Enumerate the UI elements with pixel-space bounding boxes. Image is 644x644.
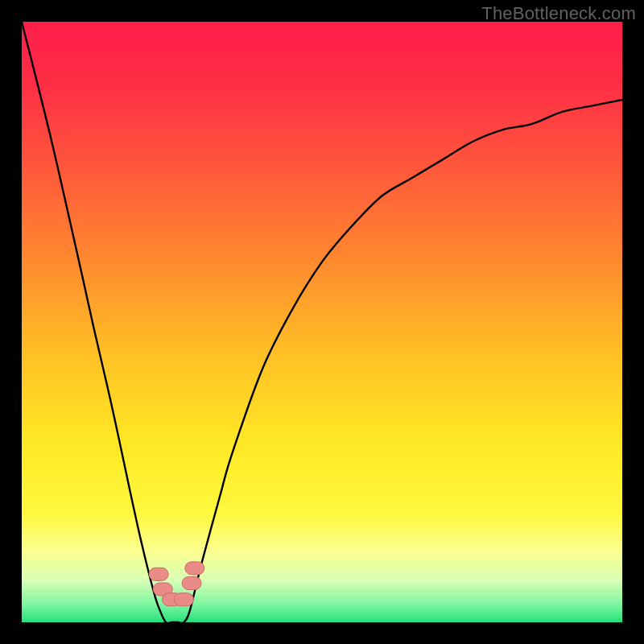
watermark-text: TheBottleneck.com <box>481 3 636 24</box>
heat-gradient-background <box>22 22 622 622</box>
plot-frame <box>22 22 622 622</box>
